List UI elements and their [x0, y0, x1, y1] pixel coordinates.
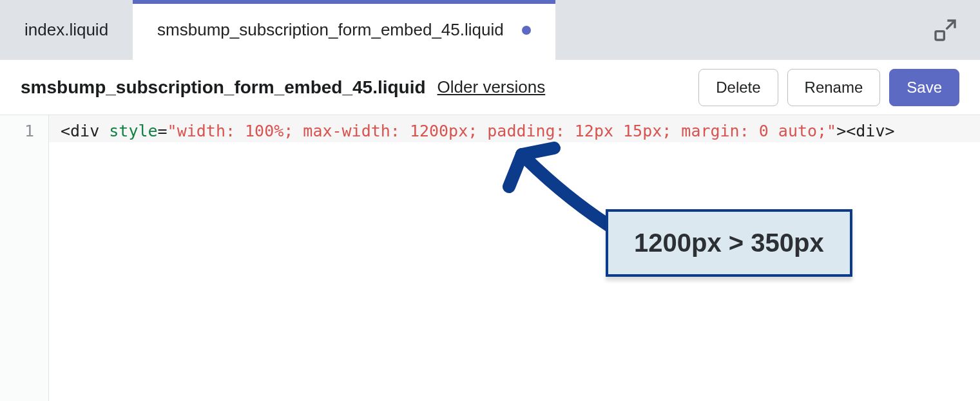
line-number: 1: [0, 122, 34, 140]
expand-icon[interactable]: [932, 0, 980, 60]
tab-smsbump-liquid[interactable]: smsbump_subscription_form_embed_45.liqui…: [133, 0, 555, 60]
file-title: smsbump_subscription_form_embed_45.liqui…: [21, 77, 426, 98]
annotation-text: 1200px > 350px: [634, 228, 824, 257]
tab-index-liquid[interactable]: index.liquid: [0, 0, 133, 60]
save-button[interactable]: Save: [889, 69, 959, 106]
tab-label: index.liquid: [24, 20, 108, 40]
tab-bar: index.liquid smsbump_subscription_form_e…: [0, 0, 980, 60]
code-token: style: [109, 122, 157, 140]
code-token: div: [70, 122, 99, 140]
code-token: <: [846, 122, 856, 140]
svg-rect-0: [936, 31, 944, 39]
code-token: >: [836, 122, 846, 140]
line-gutter: 1: [0, 115, 49, 401]
code-token: div: [856, 122, 885, 140]
older-versions-link[interactable]: Older versions: [437, 77, 546, 97]
rename-button[interactable]: Rename: [787, 69, 881, 106]
code-line-1[interactable]: <div style="width: 100%; max-width: 1200…: [49, 115, 980, 142]
code-token: <: [61, 122, 70, 140]
code-token: width: 100%; max-width: 1200px; padding:…: [177, 122, 827, 140]
tabbar-spacer: [555, 0, 932, 60]
delete-button[interactable]: Delete: [698, 69, 778, 106]
tab-label: smsbump_subscription_form_embed_45.liqui…: [157, 20, 504, 40]
file-toolbar: smsbump_subscription_form_embed_45.liqui…: [0, 60, 980, 115]
unsaved-indicator-icon: [522, 26, 531, 35]
annotation-callout: 1200px > 350px: [606, 209, 852, 277]
code-token: [99, 122, 109, 140]
code-token: ": [168, 122, 177, 140]
code-token: =: [158, 122, 168, 140]
code-token: >: [885, 122, 894, 140]
code-token: ": [827, 122, 836, 140]
